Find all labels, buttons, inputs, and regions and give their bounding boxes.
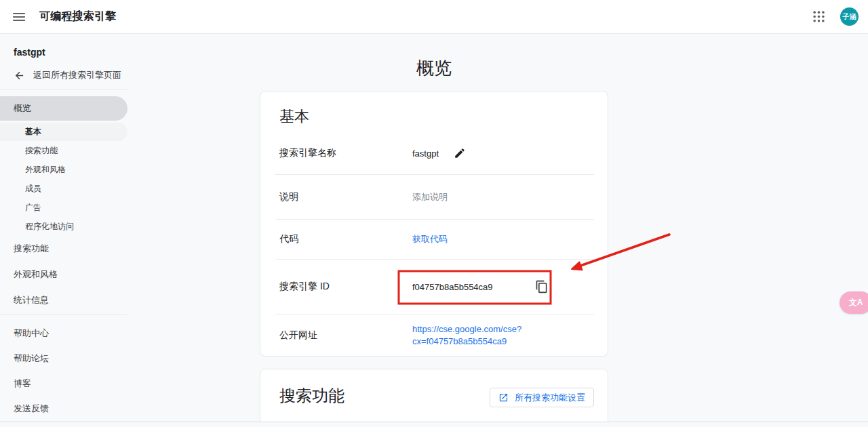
sidebar-item-programmatic-access[interactable]: 程序化地访问: [0, 217, 127, 236]
basic-card-title: 基本: [260, 92, 608, 127]
row-value: https://cse.google.com/cse? cx=f04757b8a…: [412, 323, 521, 348]
row-value: f04757b8a5b554ca9: [412, 280, 549, 293]
row-engine-name: 搜索引擎名称 fastgpt: [260, 132, 608, 174]
row-label: 搜索引擎 ID: [279, 281, 412, 293]
sidebar-item-basic[interactable]: 基本: [0, 123, 127, 141]
back-link-label: 返回所有搜索引擎页面: [33, 69, 121, 81]
sidebar-item-help-forum[interactable]: 帮助论坛: [0, 346, 127, 371]
app-title: 可编程搜索引擎: [39, 9, 116, 24]
sidebar-item-label: 帮助中心: [14, 327, 49, 340]
sidebar-item-label: 发送反馈: [14, 403, 49, 415]
sidebar-item-label: 外观和风格: [14, 268, 58, 281]
sidebar-item-help-center[interactable]: 帮助中心: [0, 321, 127, 346]
engine-name: fastgpt: [0, 34, 156, 59]
topbar-actions: 子涵: [812, 7, 859, 26]
sidebar-item-label: 基本: [25, 126, 41, 138]
public-url-line2: cx=f04757b8a5b554ca9: [412, 336, 507, 346]
engine-name-value: fastgpt: [412, 148, 439, 159]
back-to-all-engines-link[interactable]: 返回所有搜索引擎页面: [0, 68, 156, 82]
sidebar-item-send-feedback[interactable]: 发送反馈: [0, 396, 127, 421]
get-code-link[interactable]: 获取代码: [412, 233, 448, 245]
search-features-card-title: 搜索功能: [279, 386, 344, 406]
sidebar-item-label: 成员: [25, 183, 41, 195]
sidebar-item-label: 程序化地访问: [25, 221, 74, 232]
edit-pencil-icon[interactable]: [454, 147, 466, 159]
engine-id-value: f04757b8a5b554ca9: [412, 282, 493, 292]
row-description: 说明 添加说明: [260, 175, 608, 219]
row-label: 搜索引擎名称: [279, 147, 412, 159]
sidebar-item-label: 搜索功能: [14, 243, 49, 255]
sidebar-item-members[interactable]: 成员: [0, 179, 127, 198]
programmable-search-engine-page: 可编程搜索引擎 子涵 fastgpt 返回所有搜索引擎页面 概览: [0, 0, 868, 427]
row-label: 说明: [279, 191, 412, 203]
row-value: 获取代码: [412, 233, 448, 245]
page-bottom-edge: [0, 422, 868, 427]
apps-grid-icon[interactable]: [812, 10, 825, 23]
page-title: 概览: [260, 56, 608, 80]
sidebar-item-label: 帮助论坛: [14, 352, 49, 365]
public-url-link[interactable]: https://cse.google.com/cse? cx=f04757b8a…: [412, 323, 521, 348]
main-content: 概览 基本 搜索引擎名称 fastgpt 说明 添: [260, 34, 608, 427]
sidebar-item-statistics[interactable]: 统计信息: [0, 287, 127, 313]
sidebar-item-label: 搜索功能: [25, 145, 58, 157]
sidebar-item-search-features-sub[interactable]: 搜索功能: [0, 141, 127, 160]
sidebar-item-label: 博客: [14, 378, 31, 390]
translate-icon: 文A: [849, 297, 863, 308]
sidebar-footer-nav: 帮助中心 帮助论坛 博客 发送反馈: [0, 321, 156, 421]
sidebar-item-label: 概览: [14, 102, 31, 115]
sidebar-item-overview[interactable]: 概览: [0, 96, 127, 121]
public-url-line1: https://cse.google.com/cse?: [412, 324, 521, 334]
all-search-features-settings-button[interactable]: 所有搜索功能设置: [490, 388, 594, 407]
translate-widget-button[interactable]: 文A: [840, 291, 868, 314]
row-code: 代码 获取代码: [260, 220, 608, 259]
sidebar-item-label: 外观和风格: [25, 164, 66, 176]
row-value: fastgpt: [412, 147, 466, 159]
open-in-new-icon: [498, 392, 509, 403]
sidebar-divider: [0, 314, 127, 315]
copy-icon[interactable]: [535, 280, 549, 293]
sidebar-item-look-and-feel-sub[interactable]: 外观和风格: [0, 160, 127, 179]
sidebar-item-search-features[interactable]: 搜索功能: [0, 236, 127, 262]
sidebar-item-ads[interactable]: 广告: [0, 198, 127, 217]
menu-icon[interactable]: [12, 10, 26, 24]
top-app-bar: 可编程搜索引擎 子涵: [0, 0, 868, 34]
settings-button-label: 所有搜索功能设置: [515, 392, 585, 404]
description-placeholder[interactable]: 添加说明: [412, 191, 448, 203]
row-value: 添加说明: [412, 191, 448, 203]
row-label: 公开网址: [279, 329, 412, 342]
back-arrow-icon: [14, 70, 25, 81]
row-label: 代码: [279, 233, 412, 245]
sidebar-item-blog[interactable]: 博客: [0, 371, 127, 396]
sidebar: fastgpt 返回所有搜索引擎页面 概览 基本 搜索功能 外观和风格 成员 广…: [0, 34, 156, 427]
sidebar-item-label: 统计信息: [14, 294, 49, 306]
basic-card-rows: 搜索引擎名称 fastgpt 说明 添加说明: [260, 132, 608, 356]
basic-card: 基本 搜索引擎名称 fastgpt 说明 添加说明: [260, 91, 608, 357]
sidebar-divider: [0, 89, 127, 90]
avatar[interactable]: 子涵: [840, 7, 859, 26]
row-engine-id: 搜索引擎 ID f04757b8a5b554ca9: [260, 260, 608, 314]
search-features-card: 搜索功能 所有搜索功能设置: [260, 369, 608, 427]
sidebar-item-look-and-feel[interactable]: 外观和风格: [0, 262, 127, 287]
row-public-url: 公开网址 https://cse.google.com/cse? cx=f047…: [260, 314, 608, 356]
sidebar-item-label: 广告: [25, 202, 41, 214]
